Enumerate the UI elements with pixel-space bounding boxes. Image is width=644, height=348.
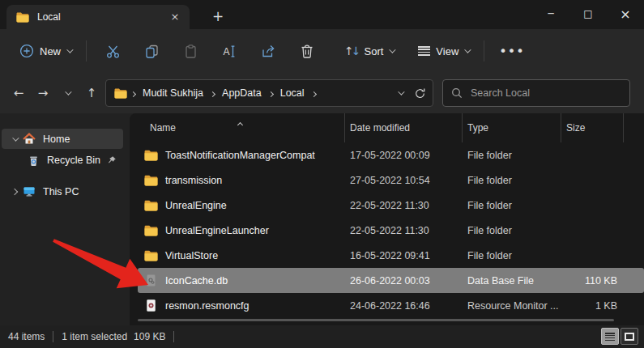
address-bar[interactable]: Mudit SukhijaAppDataLocal <box>105 79 433 107</box>
column-header-date-modified[interactable]: Date modified <box>345 113 463 142</box>
folder-icon <box>144 198 158 212</box>
close-button[interactable]: × <box>607 0 644 28</box>
breadcrumb-segment[interactable]: AppData <box>219 86 265 100</box>
svg-text:A: A <box>224 46 230 57</box>
command-bar: New A <box>0 29 644 73</box>
items-count: 44 items <box>8 331 45 342</box>
rename-button[interactable]: A <box>213 36 245 66</box>
rename-icon: A <box>221 44 237 59</box>
file-date-modified: 22-05-2022 11:30 <box>345 225 463 236</box>
back-button[interactable]: ← <box>6 81 31 105</box>
file-type: File folder <box>463 200 561 211</box>
file-type: File folder <box>463 225 561 236</box>
forward-button[interactable]: → <box>31 81 55 105</box>
horizontal-scrollbar[interactable] <box>138 319 614 321</box>
status-bar: 44 items 1 item selected 109 KB <box>0 325 644 348</box>
breadcrumb-separator-icon <box>131 87 135 99</box>
share-button[interactable] <box>252 36 284 66</box>
delete-button[interactable] <box>291 36 323 66</box>
resource-monitor-file-icon <box>145 299 157 312</box>
sidebar-item-label: This PC <box>43 186 79 197</box>
breadcrumb-segment[interactable]: Mudit Sukhija <box>139 86 207 100</box>
sidebar-item-this-pc[interactable]: This PC <box>2 181 123 202</box>
up-button[interactable]: ↑ <box>79 81 104 105</box>
file-type: File folder <box>463 150 561 161</box>
large-icons-view-button[interactable] <box>621 328 638 345</box>
breadcrumb-separator-icon <box>211 87 215 99</box>
folder-icon <box>144 223 158 237</box>
address-dropdown-icon[interactable] <box>398 88 404 95</box>
column-header-name[interactable]: Name <box>138 113 345 142</box>
tab-local[interactable]: Local × <box>6 5 190 29</box>
file-name: transmission <box>165 175 222 186</box>
selection-size: 109 KB <box>134 331 165 342</box>
file-explorer-window: Local × + ─ □ × New <box>0 0 644 348</box>
search-box <box>442 79 630 107</box>
copy-icon <box>144 44 160 59</box>
tab-close-button[interactable]: × <box>167 9 183 25</box>
file-type: Data Base File <box>463 275 561 286</box>
file-type: Resource Monitor ... <box>463 300 561 312</box>
file-row[interactable]: VirtualStore 16-05-2022 09:41 File folde… <box>138 243 644 268</box>
new-tab-button[interactable]: + <box>207 6 228 26</box>
file-date-modified: 24-06-2022 16:46 <box>345 300 463 312</box>
sidebar-item-label: Home <box>43 134 70 145</box>
folder-icon <box>144 225 158 236</box>
sort-ascending-icon <box>238 118 242 129</box>
file-row[interactable]: transmission 27-05-2022 10:54 File folde… <box>138 168 644 193</box>
folder-icon <box>144 248 158 262</box>
file-row[interactable]: resmon.resmoncfg 24-06-2022 16:46 Resour… <box>138 293 644 318</box>
folder-icon <box>144 250 158 261</box>
breadcrumb: Mudit SukhijaAppDataLocal <box>127 87 320 99</box>
new-button-label: New <box>40 45 61 57</box>
column-headers: Name Date modified Type Size <box>130 113 644 142</box>
cut-button[interactable] <box>96 36 129 66</box>
main-area: Home Recycle Bin <box>0 113 644 325</box>
column-header-size[interactable]: Size <box>561 113 624 142</box>
sort-button-label: Sort <box>364 45 383 57</box>
folder-icon <box>114 88 127 99</box>
file-type: File folder <box>463 250 561 261</box>
maximize-button[interactable]: □ <box>569 0 607 28</box>
recycle-bin-icon <box>28 154 40 167</box>
column-header-type[interactable]: Type <box>463 113 561 142</box>
window-controls: ─ □ × <box>532 0 644 28</box>
file-name: UnrealEngine <box>165 200 227 211</box>
toolbar-divider <box>484 40 484 62</box>
tab-title: Local <box>37 11 61 23</box>
sort-button[interactable]: ↑↓ Sort <box>336 36 402 66</box>
chevron-down-icon <box>66 46 73 53</box>
sidebar-item-home[interactable]: Home <box>2 129 123 149</box>
sidebar-item-recycle-bin[interactable]: Recycle Bin <box>2 150 123 170</box>
breadcrumb-segment[interactable]: Local <box>277 86 308 100</box>
paste-button[interactable] <box>174 36 207 66</box>
search-input[interactable] <box>471 87 608 99</box>
file-name: ToastNotificationManagerCompat <box>165 150 315 161</box>
file-date-modified: 16-05-2022 09:41 <box>345 250 463 261</box>
minimize-button[interactable]: ─ <box>532 0 569 28</box>
more-options-button[interactable]: ••• <box>491 36 532 66</box>
folder-icon <box>144 148 158 162</box>
file-row[interactable]: UnrealEngineLauncher 22-05-2022 11:30 Fi… <box>138 218 644 243</box>
refresh-button[interactable] <box>414 87 426 100</box>
breadcrumb-separator-icon <box>269 87 273 99</box>
sort-icon: ↑↓ <box>344 45 358 57</box>
more-options-icon: ••• <box>499 44 524 59</box>
file-type: File folder <box>463 175 561 186</box>
new-button[interactable]: New <box>11 36 79 66</box>
search-icon <box>451 87 463 99</box>
details-view-icon <box>605 333 615 341</box>
details-view-button[interactable] <box>601 328 619 345</box>
file-row[interactable]: ToastNotificationManagerCompat 17-05-202… <box>138 142 644 168</box>
folder-icon <box>144 150 158 161</box>
file-row[interactable]: IconCache.db 26-06-2022 00:03 Data Base … <box>138 268 644 293</box>
copy-button[interactable] <box>135 36 168 66</box>
file-row[interactable]: UnrealEngine 22-05-2022 11:30 File folde… <box>138 193 644 218</box>
view-button[interactable]: View <box>410 36 477 66</box>
this-pc-icon <box>23 185 36 197</box>
file-date-modified: 26-06-2022 00:03 <box>345 275 463 286</box>
file-name: VirtualStore <box>165 250 218 261</box>
file-date-modified: 27-05-2022 10:54 <box>345 175 463 186</box>
recent-locations-button[interactable] <box>55 81 79 105</box>
database-file-icon <box>144 274 158 287</box>
